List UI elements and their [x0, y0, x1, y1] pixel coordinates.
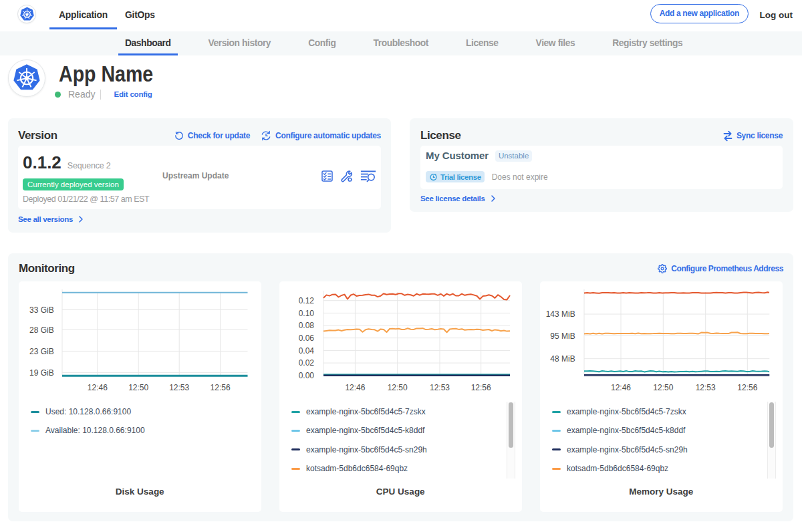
svg-text:19 GiB: 19 GiB: [29, 368, 54, 378]
svg-text:12:53: 12:53: [169, 383, 189, 392]
svg-text:12:50: 12:50: [388, 383, 408, 392]
svg-text:12:56: 12:56: [211, 383, 231, 392]
svg-text:12:46: 12:46: [88, 383, 108, 392]
svg-text:48 MiB: 48 MiB: [550, 354, 575, 364]
svg-text:0.08: 0.08: [299, 321, 315, 330]
svg-text:12:50: 12:50: [128, 383, 148, 392]
svg-text:0.04: 0.04: [299, 346, 315, 356]
svg-text:0.02: 0.02: [299, 358, 315, 368]
svg-text:0.00: 0.00: [299, 371, 315, 380]
svg-text:12:56: 12:56: [471, 383, 491, 392]
svg-text:0.06: 0.06: [299, 334, 315, 343]
svg-text:12:50: 12:50: [653, 383, 673, 392]
svg-text:12:53: 12:53: [696, 383, 716, 392]
svg-text:0.12: 0.12: [299, 296, 315, 305]
svg-text:28 GiB: 28 GiB: [29, 325, 54, 335]
svg-text:23 GiB: 23 GiB: [29, 347, 54, 356]
svg-text:33 GiB: 33 GiB: [29, 305, 54, 315]
svg-text:12:46: 12:46: [611, 383, 631, 392]
svg-text:12:53: 12:53: [430, 383, 450, 392]
svg-text:12:56: 12:56: [737, 383, 757, 392]
svg-text:0.10: 0.10: [299, 309, 315, 318]
svg-text:95 MiB: 95 MiB: [550, 331, 575, 341]
svg-text:143 MiB: 143 MiB: [546, 309, 575, 319]
svg-text:12:46: 12:46: [345, 383, 365, 392]
